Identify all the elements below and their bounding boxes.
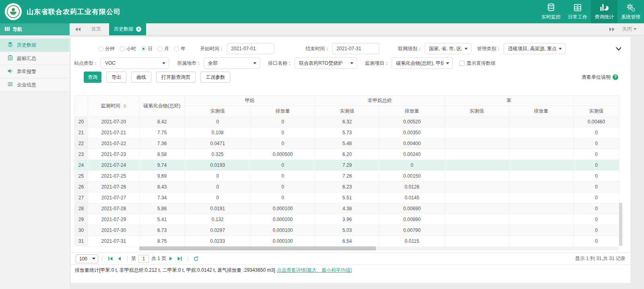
table-row[interactable]: 22 2021-07-22 7.36 0.0471 0 5.48 0.00400… bbox=[74, 138, 619, 149]
sidebar-item-company-info[interactable]: 企业信息 bbox=[0, 78, 70, 92]
manage-type-select[interactable]: 违规项目, 高架源, 重点排 bbox=[504, 43, 566, 54]
tab-close-icon[interactable]: × bbox=[136, 27, 141, 32]
network-level-select[interactable]: 国家, 省, 市, 区县 bbox=[425, 43, 471, 54]
horizontal-scrollbar-thumb[interactable] bbox=[139, 246, 376, 250]
manage-type-label: 管理类别： bbox=[477, 45, 501, 52]
close-tabs-dropdown[interactable]: 关闭 bbox=[622, 26, 637, 33]
end-time-input[interactable] bbox=[332, 43, 380, 54]
first-page-button[interactable] bbox=[106, 254, 115, 263]
table-row[interactable]: 29 2021-07-29 5.41 0.132 0.000200 3.96 0… bbox=[74, 214, 619, 225]
nmhc-emission-cell: 0.0145 bbox=[380, 193, 445, 203]
radio-minute[interactable]: 分钟 bbox=[98, 45, 115, 52]
other-measured-cell: 0 bbox=[574, 138, 619, 149]
vertical-scrollbar-thumb[interactable] bbox=[619, 203, 622, 246]
last-page-button[interactable] bbox=[175, 254, 184, 263]
benzene-measured-cell bbox=[445, 138, 509, 149]
monitor-item-select[interactable]: 碳氢化合物(总烃), 甲烷, 非 bbox=[392, 57, 453, 69]
benzene-measured-cell bbox=[445, 127, 509, 138]
page-size-select[interactable]: 100 bbox=[76, 254, 98, 263]
benzene-emission-cell bbox=[509, 127, 574, 138]
benzene-emission-cell bbox=[509, 236, 574, 247]
condition-params-button[interactable]: 工况参数 bbox=[200, 72, 230, 83]
table-row[interactable]: 20 2021-07-20 8.42 0 0 6.32 0.00520 0.00… bbox=[74, 117, 619, 127]
direct-data-checkbox[interactable]: 显示直传数据 bbox=[459, 60, 495, 67]
export-button[interactable]: 导出 bbox=[106, 72, 126, 83]
other-measured-cell: 0 bbox=[574, 203, 619, 214]
actions-row: 查询 导出 曲线 打开新查询页 工况参数 查看单位说明 ? bbox=[71, 72, 630, 83]
grid-icon bbox=[5, 27, 10, 32]
date-cell: 2021-07-29 bbox=[88, 214, 140, 225]
tabs-scroll-right-icon[interactable] bbox=[609, 27, 615, 31]
menu-item-system-admin[interactable]: 系统管理 bbox=[617, 0, 644, 23]
radio-year[interactable]: 年 bbox=[174, 45, 186, 52]
thc-cell: 5.86 bbox=[140, 203, 185, 214]
open-new-query-button[interactable]: 打开新查询页 bbox=[156, 72, 196, 83]
ch4-measured-cell: 0.108 bbox=[185, 127, 251, 138]
menu-item-realtime[interactable]: 实时监控 bbox=[538, 0, 564, 23]
tab-history-data[interactable]: 历史数据 × bbox=[109, 23, 146, 35]
refresh-icon[interactable] bbox=[192, 254, 200, 263]
sidebar-item-abnormal-alarm[interactable]: 异常报警 bbox=[0, 65, 70, 78]
outlet-name-select[interactable]: 联合农药RTO焚烧炉 bbox=[295, 57, 357, 69]
prev-page-button[interactable] bbox=[115, 254, 124, 263]
nmhc-measured-cell: 5.03 bbox=[315, 225, 380, 236]
sidebar-item-history-data[interactable]: 历史数据 bbox=[0, 39, 70, 52]
row-number-cell: 28 bbox=[74, 203, 88, 214]
table-row[interactable]: 31 2021-07-31 8.75 0.0233 0.000100 6.54 … bbox=[74, 236, 619, 247]
table-row[interactable]: 23 2021-07-23 8.58 0.325 0.000500 6.20 0… bbox=[74, 149, 619, 160]
ch4-emission-cell: 0 bbox=[251, 160, 315, 171]
other-measured-cell: 0 bbox=[574, 127, 619, 138]
start-time-input[interactable] bbox=[227, 43, 274, 54]
benzene-measured-cell bbox=[445, 225, 509, 236]
subcol-emission: 排放量 bbox=[251, 106, 315, 117]
nmhc-measured-cell: 6.20 bbox=[315, 149, 380, 160]
page-number-input[interactable] bbox=[138, 255, 149, 263]
layers-icon bbox=[7, 41, 13, 49]
col-header-thc: 碳氢化合物(总烃) bbox=[140, 96, 185, 117]
thc-cell: 8.58 bbox=[140, 149, 185, 160]
curve-button[interactable]: 曲线 bbox=[131, 72, 151, 83]
site-type-select[interactable]: VOC bbox=[101, 57, 169, 69]
emission-stats-text: 排放量统计[甲苯:0 t, 非甲烷总烃:0.212 t, 二甲苯:0 t, 甲烷… bbox=[75, 267, 275, 274]
radio-day[interactable]: 日 bbox=[141, 45, 153, 52]
table-row[interactable]: 24 2021-07-24 9.74 0.0193 0 7.29 0 0 bbox=[74, 160, 619, 171]
col-header-time[interactable]: 监测时间 bbox=[88, 96, 140, 117]
query-button[interactable]: 查询 bbox=[84, 72, 101, 83]
tab-home[interactable]: 首页 bbox=[83, 23, 109, 35]
radio-hour[interactable]: 小时 bbox=[120, 45, 136, 52]
ch4-emission-cell: 0 bbox=[251, 138, 315, 149]
table-row[interactable]: 27 2021-07-27 7.34 0 0 5.51 0.0145 0 bbox=[74, 193, 619, 203]
chevron-down-icon bbox=[634, 28, 637, 30]
table-row[interactable]: 30 2021-07-30 6.73 0.0297 0.000100 5.03 … bbox=[74, 225, 619, 236]
records-summary: 显示 1 到 31,共 31 记录 bbox=[575, 255, 625, 262]
unit-help-link[interactable]: 查看单位说明 ? bbox=[582, 74, 618, 81]
next-page-button[interactable] bbox=[166, 254, 175, 263]
row-number-cell: 23 bbox=[74, 149, 88, 160]
menu-item-query-stats[interactable]: 查询统计 bbox=[591, 0, 617, 23]
subcol-emission: 排放量 bbox=[509, 106, 574, 117]
tabs-scroll-left-icon[interactable] bbox=[75, 27, 81, 31]
nmhc-emission-cell: 0.00520 bbox=[380, 117, 445, 127]
other-measured-cell: 0 bbox=[574, 160, 619, 171]
caret-down-icon bbox=[446, 62, 449, 64]
city-select[interactable]: 全部 bbox=[204, 57, 260, 69]
city-label: 所属地市： bbox=[177, 60, 201, 67]
stats-detail-link[interactable]: 点击查看详情[最大、最小和平均值] bbox=[277, 267, 352, 274]
collapse-filters-icon[interactable] bbox=[616, 47, 621, 51]
date-cell: 2021-07-31 bbox=[88, 236, 140, 247]
menu-item-daily-work[interactable]: 日常工作 bbox=[564, 0, 591, 23]
site-type-label: 站点类型： bbox=[74, 60, 98, 67]
ch4-emission-cell: 0 bbox=[251, 193, 315, 203]
emission-stats-row: 排放量统计[甲苯:0 t, 非甲烷总烃:0.212 t, 二甲苯:0 t, 甲烷… bbox=[71, 264, 630, 276]
table-row[interactable]: 26 2021-07-26 8.43 0 0 6.23 0.0126 0 bbox=[74, 182, 619, 193]
table-row[interactable]: 25 2021-07-25 9.69 0 0 7.26 0.00150 0 bbox=[74, 171, 619, 182]
table-row[interactable]: 28 2021-07-28 5.86 0.0191 0.000100 4.38 … bbox=[74, 203, 619, 214]
list-icon bbox=[7, 81, 13, 88]
ch4-measured-cell: 0.132 bbox=[185, 214, 251, 225]
sidebar-item-exceed-summary[interactable]: 超标汇总 bbox=[0, 52, 70, 65]
benzene-emission-cell bbox=[509, 203, 574, 214]
row-number-cell: 24 bbox=[74, 160, 88, 171]
sort-icon bbox=[123, 104, 126, 108]
radio-month[interactable]: 月 bbox=[157, 45, 169, 52]
table-row[interactable]: 21 2021-07-21 7.75 0.108 0 5.73 0.00350 … bbox=[74, 127, 619, 138]
